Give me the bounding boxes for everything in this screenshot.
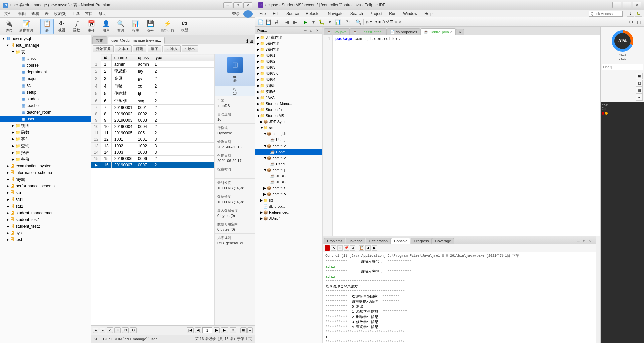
toolbar-new-query[interactable]: 📝 新建查询: [17, 19, 35, 34]
exp-item-lab4[interactable]: ▶ 📁 实验4: [255, 76, 322, 82]
tree-db-examination[interactable]: ▶ 🗄 examination_system: [0, 163, 91, 169]
open-console-button[interactable]: 📋: [359, 245, 364, 251]
tree-queries-group[interactable]: ▶ 📁 查询: [0, 142, 91, 149]
col-type-cell[interactable]: 2: [152, 124, 165, 130]
table-row[interactable]: 992019000300032: [91, 117, 214, 124]
eclipse-print-icon[interactable]: 🖨: [273, 18, 280, 26]
grid-view-button[interactable]: ⊞: [240, 327, 247, 333]
table-row[interactable]: 1313100210023: [91, 143, 214, 149]
col-uname-cell[interactable]: 20190004: [111, 124, 135, 130]
right-icon-2[interactable]: ◻: [636, 80, 643, 87]
eclipse-forward-icon[interactable]: ▶: [291, 18, 299, 26]
col-uname-cell[interactable]: 20190006: [111, 156, 135, 162]
right-icon-4[interactable]: ≡: [636, 94, 643, 101]
exp-item-userj[interactable]: ☕ User.j...: [255, 137, 322, 143]
exp-item-7[interactable]: ▶ 📁 7章作业: [255, 46, 322, 52]
col-type-cell[interactable]: 2: [152, 68, 165, 75]
right-icon-3[interactable]: ▤: [636, 87, 643, 94]
col-type-cell[interactable]: 2: [152, 82, 165, 90]
exp-item-lab6[interactable]: ▶ 📁 实验6: [255, 89, 322, 95]
exp-item-lab1[interactable]: ▶ 📁 实验1: [255, 52, 322, 58]
col-upass-cell[interactable]: tjl: [135, 90, 152, 97]
col-upass-cell[interactable]: xc: [135, 82, 152, 90]
tree-tables-group[interactable]: ▼ 📁 表: [0, 49, 91, 55]
exp-item-userd[interactable]: ☕ UserD...: [255, 161, 322, 167]
table-row[interactable]: 1212100110013: [91, 136, 214, 143]
col-type-cell[interactable]: 2: [152, 105, 165, 111]
col-type-cell[interactable]: 2: [152, 90, 165, 97]
col-uname-cell[interactable]: 邵永刚: [111, 97, 135, 105]
exp-item-studentms[interactable]: ▼ 📁 StudentMS: [255, 113, 322, 119]
toolbar-backup[interactable]: 💾 备份: [144, 19, 157, 34]
exp-item-jdbc1[interactable]: ☕ JDBC...: [255, 173, 322, 179]
exp-item-jdbc2[interactable]: ☕ JDBCI...: [255, 179, 322, 185]
eclipse-menu-edit[interactable]: Edit: [270, 11, 282, 16]
prev-error-button[interactable]: ◀: [365, 245, 371, 251]
tree-table-setup[interactable]: ▦ setup: [0, 89, 91, 96]
find-input[interactable]: [602, 64, 643, 70]
eclipse-menu-project[interactable]: Project: [368, 11, 384, 16]
row-number[interactable]: 15: [91, 156, 101, 162]
table-row[interactable]: 1414100310033: [91, 149, 214, 156]
tab-ctrl-close[interactable]: ✕: [450, 30, 453, 34]
exp-item-comtjlt[interactable]: ▶ 📦 com.tjl.t...: [255, 185, 322, 191]
next-page-button[interactable]: ▶: [214, 327, 220, 333]
begin-transaction-button[interactable]: 开始事务: [93, 45, 114, 52]
col-upass-cell[interactable]: 1003: [135, 149, 152, 156]
tree-backup-group[interactable]: ▶ 📁 备份: [0, 156, 91, 163]
tree-db-mysql[interactable]: ▶ 🗄 mysql: [0, 176, 91, 183]
explorer-maximize[interactable]: □: [309, 28, 314, 33]
nav-tab-user[interactable]: user @edu_manage (new m...: [108, 37, 165, 44]
tab-coverage[interactable]: Coverage: [432, 238, 454, 244]
table-row[interactable]: 55佟静林tjl2: [91, 90, 214, 97]
exp-item-comtjlc[interactable]: ▼ 📦 com.tjl.c...: [255, 143, 322, 149]
tree-functions-group[interactable]: ▶ 📁 函数: [0, 129, 91, 136]
tree-db-performance[interactable]: ▶ 🗄 performance_schema: [0, 183, 91, 189]
exp-item-comtjlb[interactable]: ▼ 📦 com.tjl.b...: [255, 131, 322, 137]
tab-console[interactable]: Console: [391, 238, 410, 244]
col-id-cell[interactable]: 12: [101, 136, 111, 143]
tree-table-class[interactable]: ▦ class: [0, 55, 91, 62]
tree-table-depratment[interactable]: ▦ depratment: [0, 69, 91, 75]
col-id-cell[interactable]: 8: [101, 111, 111, 117]
nav-tab-object[interactable]: 对象: [92, 36, 107, 44]
col-uname-cell[interactable]: 高原: [111, 75, 135, 82]
console-settings-button[interactable]: ⚙: [350, 245, 355, 251]
col-id-cell[interactable]: 14: [101, 149, 111, 156]
toolbar-autorun[interactable]: ⚡ 自动运行: [158, 19, 177, 34]
row-number[interactable]: 11: [91, 130, 101, 136]
tree-db-test[interactable]: ▶ 🗄 test: [0, 236, 91, 243]
col-id-cell[interactable]: 2: [101, 68, 111, 75]
row-number[interactable]: 14: [91, 149, 101, 156]
col-uname-cell[interactable]: 1001: [111, 136, 135, 143]
filter-button[interactable]: 筛选: [133, 45, 146, 52]
navicat-minimize-button[interactable]: ─: [223, 2, 232, 8]
tab-declaration[interactable]: Declaration: [366, 238, 391, 244]
console-close[interactable]: ✕: [588, 238, 593, 244]
eclipse-toolbar-right-2[interactable]: ◻: [635, 18, 643, 26]
menu-help[interactable]: 帮助: [96, 11, 108, 17]
last-page-button[interactable]: ▶|: [221, 327, 228, 333]
col-upass-cell[interactable]: 1001: [135, 136, 152, 143]
tab-guesssletter[interactable]: ☕ GuesssLetter...: [350, 28, 387, 35]
col-upass-cell[interactable]: 0004: [135, 124, 152, 130]
col-uname-cell[interactable]: 1003: [111, 149, 135, 156]
col-id-cell[interactable]: 10: [101, 124, 111, 130]
settings-button[interactable]: ⚙: [130, 327, 137, 333]
exp-item-control[interactable]: ☕ Contr...: [255, 149, 322, 155]
tree-table-student[interactable]: ▦ student: [0, 96, 91, 102]
eclipse-back-icon[interactable]: ◀: [283, 18, 291, 26]
tab-more[interactable]: »: [456, 29, 464, 35]
add-record-button[interactable]: +: [93, 328, 98, 333]
tree-table-teacher-room[interactable]: ▦ teacher_room: [0, 109, 91, 116]
col-uname-cell[interactable]: 20190003: [111, 117, 135, 124]
exp-item-studentmana[interactable]: ▶ 📁 Student-Mana...: [255, 101, 322, 107]
row-number[interactable]: 3: [91, 75, 101, 82]
tree-table-course[interactable]: ▦ course: [0, 62, 91, 69]
page-input[interactable]: [202, 327, 212, 333]
eclipse-run-dropdown[interactable]: ▾: [310, 18, 317, 26]
col-type-cell[interactable]: 3: [152, 136, 165, 143]
table-row[interactable]: 1111201900050052: [91, 130, 214, 136]
menu-favorites[interactable]: 收藏夹: [52, 11, 68, 17]
row-number[interactable]: 12: [91, 136, 101, 143]
